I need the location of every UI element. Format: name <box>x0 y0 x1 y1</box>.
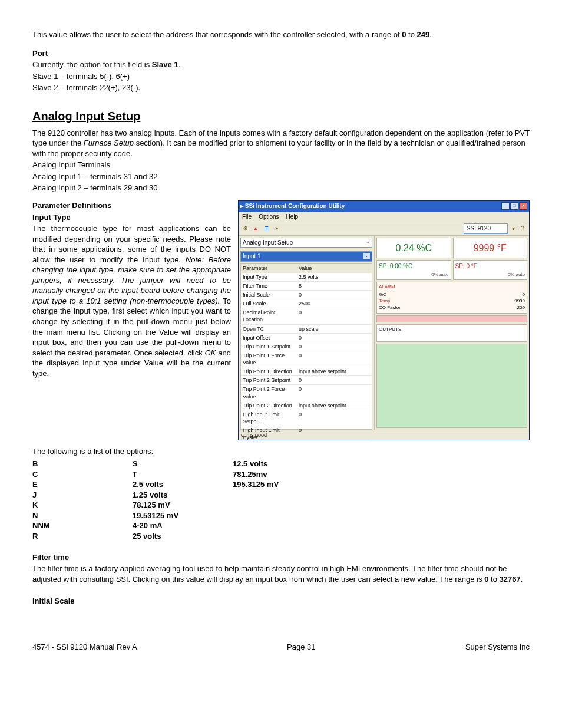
option-item: NNM <box>32 521 133 531</box>
option-item: R <box>32 531 133 542</box>
table-row[interactable]: Trip Point 1 Force Value0 <box>241 351 372 367</box>
close-button[interactable]: × <box>519 202 527 210</box>
option-item: 78.125 mV <box>133 500 233 510</box>
table-row[interactable]: Input Type2.5 volts <box>241 273 372 282</box>
menu-help[interactable]: Help <box>286 213 299 221</box>
maximize-button[interactable]: □ <box>510 202 518 210</box>
option-item: S <box>133 459 233 469</box>
option-item: 781.25mv <box>233 469 333 480</box>
window-title: SSi Instrument Configuration Utility <box>245 203 345 209</box>
param-def-heading: Parameter Definitions <box>32 200 231 211</box>
alarm-box: ALARM %C0 Temp9999 CO Factor200 <box>376 282 527 313</box>
option-item: N <box>32 510 133 521</box>
window-titlebar: ▸ SSi Instrument Configuration Utility _… <box>239 201 529 212</box>
outputs-box: OUTPUTS <box>376 324 527 342</box>
pink-bar <box>376 315 527 322</box>
device-dropdown-icon[interactable]: ▾ <box>509 225 517 233</box>
minimize-button[interactable]: _ <box>501 202 510 210</box>
analog-p2: Analog Input Terminals <box>32 160 530 170</box>
option-item: K <box>32 500 133 510</box>
port-heading: Port <box>32 48 530 59</box>
toolbar-icon-2[interactable]: ▲ <box>252 225 260 233</box>
table-row[interactable]: Filter Time8 <box>241 282 372 291</box>
footer-center: Page 31 <box>287 642 315 653</box>
table-row[interactable]: Full Scale2500 <box>241 299 372 308</box>
toolbar-icon-3[interactable]: ≣ <box>262 225 270 233</box>
page-footer: 4574 - SSi 9120 Manual Rev A Page 31 Sup… <box>32 642 530 653</box>
intro-paragraph: This value allows the user to select the… <box>32 29 530 40</box>
table-row[interactable]: Trip Point 2 Directioninput above setpoi… <box>241 401 372 410</box>
toolbar-icon-4[interactable]: ✶ <box>273 225 281 233</box>
analog-heading: Analog Input Setup <box>32 108 530 124</box>
option-item: 4-20 mA <box>133 521 233 531</box>
menu-bar: File Options Help <box>239 212 529 223</box>
pv-carbon: 0.24 %C <box>376 238 451 259</box>
footer-right: Super Systems Inc <box>465 642 530 653</box>
table-row[interactable]: Input Offset0 <box>241 334 372 342</box>
sp-carbon: SP: 0.00 %C 0% auto <box>376 260 451 280</box>
table-row[interactable]: High Input Limit Setpo...0 <box>241 410 372 426</box>
option-item: J <box>32 490 133 500</box>
table-row[interactable]: Trip Point 1 Directioninput above setpoi… <box>241 367 372 376</box>
option-item: 19.53125 mV <box>133 510 233 521</box>
parameter-table: Parameter Value Input Type2.5 voltsFilte… <box>240 263 372 430</box>
option-item: 2.5 volts <box>133 479 233 490</box>
options-intro: The following is a list of the options: <box>32 446 530 457</box>
intro-range-end: 249 <box>417 30 430 39</box>
analog-p1: The 9120 controller has two analog input… <box>32 128 530 159</box>
col-value: Value <box>297 264 372 272</box>
initial-scale-heading: Initial Scale <box>32 596 530 607</box>
sp-temp: SP: 0 °F 0% auto <box>453 260 528 280</box>
table-row[interactable]: Trip Point 2 Setpoint0 <box>241 376 372 385</box>
table-row[interactable]: Open TCup scale <box>241 325 372 334</box>
option-item: 195.3125 mV <box>233 479 333 490</box>
analog-p3: Analog Input 1 – terminals 31 and 32 <box>32 172 530 182</box>
green-panel <box>376 344 527 428</box>
table-row[interactable]: Trip Point 2 Force Value0 <box>241 385 372 401</box>
menu-file[interactable]: File <box>242 213 252 221</box>
device-help-icon[interactable]: ? <box>518 225 527 233</box>
input-dropdown[interactable]: Input 1⌄ <box>240 251 372 262</box>
table-row[interactable]: Trip Point 1 Setpoint0 <box>241 342 372 351</box>
device-field[interactable]: SSI 9120 <box>464 223 508 234</box>
port-line1: Currently, the option for this field is … <box>32 60 530 70</box>
pv-temp: 9999 °F <box>453 238 528 259</box>
port-line3: Slave 2 – terminals 22(+), 23(-). <box>32 83 530 93</box>
option-item: 25 volts <box>133 531 233 542</box>
input-type-text: The thermocouple type for most applicati… <box>32 223 231 378</box>
options-list: BCEJKNNNMR ST2.5 volts1.25 volts78.125 m… <box>32 459 530 541</box>
option-item: 1.25 volts <box>133 490 233 500</box>
analog-p4: Analog Input 2 – terminals 29 and 30 <box>32 183 530 193</box>
table-row[interactable]: Initial Scale0 <box>241 291 372 299</box>
port-line2: Slave 1 – terminals 5(-), 6(+) <box>32 71 530 82</box>
option-item: E <box>32 479 133 490</box>
config-utility-window: ▸ SSi Instrument Configuration Utility _… <box>238 200 530 440</box>
filter-heading: Filter time <box>32 552 530 563</box>
col-parameter: Parameter <box>241 264 297 272</box>
option-item: B <box>32 459 133 469</box>
table-row[interactable]: Decimal Point Location0 <box>241 308 372 324</box>
intro-text: This value allows the user to select the… <box>32 30 402 39</box>
menu-options[interactable]: Options <box>259 213 279 221</box>
option-item: T <box>133 469 233 480</box>
app-icon: ▸ <box>240 203 245 209</box>
option-item: C <box>32 469 133 480</box>
filter-text: The filter time is a factory applied ave… <box>32 564 530 584</box>
toolbar-icon-1[interactable]: ⚙ <box>241 225 249 233</box>
input-type-heading: Input Type <box>32 212 231 223</box>
chevron-down-icon: ⌄ <box>363 253 370 259</box>
option-item: 12.5 volts <box>233 459 333 469</box>
chevron-down-icon: ⌄ <box>366 239 370 246</box>
footer-left: 4574 - SSi 9120 Manual Rev A <box>32 642 137 653</box>
setup-dropdown[interactable]: Analog Input Setup⌄ <box>240 238 372 248</box>
